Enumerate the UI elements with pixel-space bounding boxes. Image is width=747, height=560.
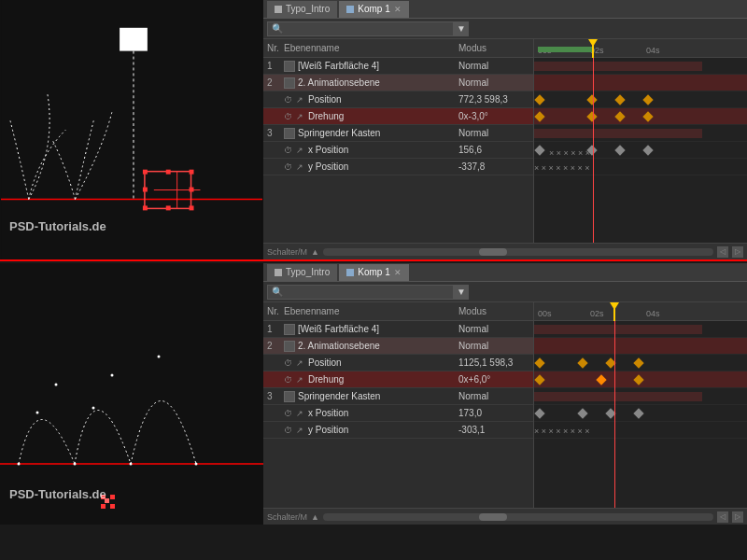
timeline-ruler-2[interactable]: 00s 02s 04s (534, 302, 747, 321)
kf-2-4-3[interactable] (633, 374, 643, 385)
kf-1-4-1[interactable] (534, 111, 544, 121)
layer-row-1-3[interactable]: ⏱ ↗ Position 772,3 598,3 (263, 91, 533, 108)
layer-value-2-6: 173,0 (458, 408, 533, 418)
layer-row-2-2[interactable]: 2 2. Animationsebene Normal (263, 338, 533, 355)
track-2-6 (534, 405, 747, 422)
canvas-area-2: PSD-Tutorials.de (0, 263, 263, 525)
tab-typo-intro-2[interactable]: Typo_Intro (267, 264, 337, 281)
kf-1-6-1[interactable] (534, 145, 544, 155)
layer-row-2-1[interactable]: 1 [Weiß Farbfläche 4] Normal (263, 321, 533, 338)
track-1-7: × × × × × × × × (534, 159, 747, 175)
right-panel-2: Typo_Intro Komp 1 ✕ ▼ Nr. Ebenenname Mod… (263, 263, 747, 525)
scroll-thumb-1[interactable] (479, 248, 507, 256)
property-icon-2-3: ⏱ (284, 358, 293, 368)
y-marks-2: × × × × × × × × (534, 427, 590, 436)
kf-2-3-3[interactable] (605, 357, 615, 368)
track-1-3 (534, 91, 747, 108)
kf-1-6-4[interactable] (642, 145, 653, 155)
kf-1-3-1[interactable] (534, 94, 544, 105)
kf-1-4-4[interactable] (642, 111, 653, 121)
layer-checkbox-2-1[interactable] (284, 324, 295, 335)
track-2-3 (534, 355, 747, 371)
layer-row-1-6[interactable]: ⏱ ↗ x Position 156,6 (263, 142, 533, 159)
property-icon-2-4: ⏱ (284, 375, 293, 385)
kf-2-4-1[interactable] (534, 374, 544, 385)
layer-name-1-7: ⏱ ↗ y Position (284, 161, 458, 172)
search-button-1[interactable]: ▼ (454, 21, 469, 36)
layer-checkbox-2-2[interactable] (284, 341, 295, 352)
scroll-right-1[interactable]: ▷ (732, 246, 743, 258)
scroll-track-1[interactable] (323, 248, 713, 256)
svg-point-18 (36, 412, 39, 414)
tab-close-1[interactable]: ✕ (394, 5, 402, 14)
property-icon-1-3: ⏱ (284, 95, 293, 105)
tab-komp1-2[interactable]: Komp 1 ✕ (339, 264, 408, 281)
scroll-thumb-2[interactable] (479, 513, 507, 521)
layer-modus-1-1: Normal (458, 61, 533, 71)
time-mark-0s-2: 00s (538, 309, 552, 318)
layer-row-1-7[interactable]: ⏱ ↗ y Position -337,8 (263, 159, 533, 175)
timeline-ruler-1[interactable]: 00s 02s 04s (534, 39, 747, 58)
layer-row-1-5[interactable]: 3 Springender Kasten Normal (263, 125, 533, 142)
search-input-1[interactable] (267, 21, 454, 36)
tab-komp1-1[interactable]: Komp 1 ✕ (339, 1, 408, 18)
kf-1-3-3[interactable] (614, 94, 625, 105)
kf-2-6-1[interactable] (534, 408, 544, 418)
kf-2-4-2[interactable] (596, 374, 606, 385)
kf-2-6-3[interactable] (605, 408, 615, 418)
svg-point-23 (130, 463, 133, 466)
layer-row-1-1[interactable]: 1 [Weiß Farbfläche 4] Normal (263, 58, 533, 75)
layer-row-2-5[interactable]: 3 Springender Kasten Normal (263, 388, 533, 405)
search-button-2[interactable]: ▼ (454, 285, 469, 300)
layer-name-2-5: Springender Kasten (284, 391, 458, 402)
kf-2-3-1[interactable] (534, 357, 544, 368)
scroll-area-1 (323, 248, 713, 256)
canvas-svg-2 (0, 263, 263, 525)
tab-typo-intro-1[interactable]: Typo_Intro (267, 1, 337, 18)
layer-row-1-2[interactable]: 2 2. Animationsebene Normal (263, 75, 533, 91)
col-nr-header-2: Nr. (263, 306, 284, 316)
scroll-left-2[interactable]: ◁ (717, 511, 728, 523)
layer-checkbox-1-5[interactable] (284, 128, 295, 139)
layer-panel-1: Nr. Ebenenname Modus 1 [Weiß Farbfläche … (263, 39, 534, 243)
schalter-icon-2: ▲ (311, 512, 319, 522)
layer-row-2-7[interactable]: ⏱ ↗ y Position -303,1 (263, 422, 533, 439)
layer-row-2-6[interactable]: ⏱ ↗ x Position 173,0 (263, 405, 533, 422)
kf-1-6-3[interactable] (614, 145, 625, 155)
playhead-marker-2[interactable] (610, 302, 619, 310)
scroll-left-1[interactable]: ◁ (717, 246, 728, 258)
layer-checkbox-1-1[interactable] (284, 61, 295, 72)
layer-row-1-4[interactable]: ⏱ ↗ Drehung 0x-3,0° (263, 108, 533, 125)
search-input-2[interactable] (267, 285, 454, 300)
property-icon-1-6: ⏱ (284, 146, 293, 155)
layer-name-1-2: 2. Animationsebene (284, 77, 458, 89)
kf-1-4-3[interactable] (614, 111, 625, 121)
property-curve-2-4: ↗ (296, 375, 305, 385)
kf-1-4-2[interactable] (586, 111, 597, 121)
track-bar-2-5 (534, 392, 702, 401)
kf-2-6-4[interactable] (633, 408, 643, 418)
track-rows-1: × × × × × × × × × × × × × × (534, 58, 747, 175)
timeline-track-2: 00s 02s 04s (534, 302, 747, 508)
time-mark-2s-2: 02s (590, 309, 604, 318)
tab-close-2[interactable]: ✕ (394, 268, 402, 277)
layer-row-2-4[interactable]: ⏱ ↗ Drehung 0x+6,0° (263, 371, 533, 388)
track-2-2 (534, 338, 747, 355)
kf-2-3-4[interactable] (633, 357, 643, 368)
svg-point-17 (18, 463, 21, 466)
layer-nr-2-2: 2 (263, 341, 284, 351)
kf-1-3-2[interactable] (586, 94, 597, 105)
layer-row-2-3[interactable]: ⏱ ↗ Position 1125,1 598,3 (263, 355, 533, 371)
scroll-right-2[interactable]: ▷ (732, 511, 743, 523)
svg-point-20 (74, 463, 77, 466)
kf-2-6-2[interactable] (577, 408, 587, 418)
layer-checkbox-1-2[interactable] (284, 77, 295, 89)
scroll-track-2[interactable] (323, 513, 713, 521)
svg-rect-2 (120, 28, 148, 51)
layer-checkbox-2-5[interactable] (284, 391, 295, 402)
tab-label-komp1-2: Komp 1 (358, 267, 389, 277)
kf-2-3-2[interactable] (577, 357, 587, 368)
kf-1-3-4[interactable] (642, 94, 653, 105)
tab-label-komp1-1: Komp 1 (358, 4, 389, 14)
tab-icon-2 (275, 269, 282, 276)
